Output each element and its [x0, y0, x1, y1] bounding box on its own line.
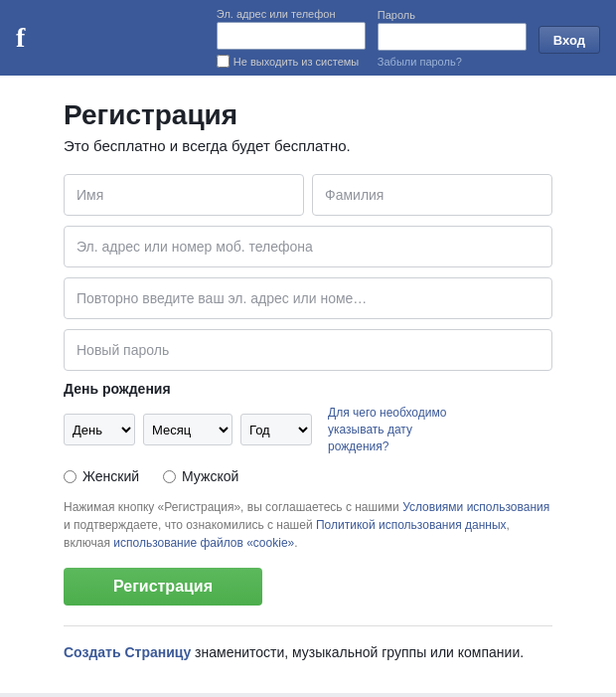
- name-row: [64, 174, 552, 216]
- terms-link[interactable]: Условиями использования: [402, 500, 549, 514]
- header-email-input[interactable]: [217, 22, 366, 50]
- password-input[interactable]: [64, 329, 552, 371]
- gender-male-label: Мужской: [182, 468, 238, 484]
- divider: [64, 625, 552, 626]
- gender-female-radio[interactable]: [64, 470, 77, 483]
- forgot-password-link[interactable]: Забыли пароль?: [378, 56, 462, 68]
- gender-male-option[interactable]: Мужской: [163, 468, 238, 484]
- password-field-group: Пароль Забыли пароль?: [378, 9, 527, 68]
- birthday-row: День Месяц Год Для чего необходимо указы…: [64, 405, 552, 454]
- cookie-link[interactable]: использование файлов «cookie»: [113, 536, 294, 550]
- login-button[interactable]: Вход: [539, 26, 600, 54]
- create-page-text: Создать Страницу знаменитости, музыкальн…: [64, 642, 552, 663]
- create-page-suffix: знаменитости, музыкальной группы или ком…: [191, 644, 524, 660]
- first-name-input[interactable]: [64, 174, 304, 216]
- email-field-group: Эл. адрес или телефон Не выходить из сис…: [217, 8, 366, 68]
- password-row: [64, 329, 552, 371]
- data-policy-link[interactable]: Политикой использования данных: [316, 518, 507, 532]
- register-button[interactable]: Регистрация: [64, 568, 262, 606]
- header-password-input[interactable]: [378, 23, 527, 51]
- day-select[interactable]: День: [64, 414, 135, 445]
- remember-label[interactable]: Не выходить из системы: [217, 55, 359, 68]
- logo: f: [16, 22, 24, 54]
- gender-row: Женский Мужской: [64, 468, 552, 484]
- gender-female-option[interactable]: Женский: [64, 468, 139, 484]
- email-input[interactable]: [64, 226, 552, 267]
- registration-title: Регистрация: [64, 99, 552, 131]
- remember-checkbox[interactable]: [217, 55, 230, 68]
- month-select[interactable]: Месяц: [143, 414, 232, 445]
- registration-subtitle: Это бесплатно и всегда будет бесплатно.: [64, 137, 552, 154]
- create-page-link[interactable]: Создать Страницу: [64, 644, 191, 660]
- email-confirm-row: [64, 277, 552, 319]
- password-label: Пароль: [378, 9, 527, 21]
- header: f Эл. адрес или телефон Не выходить из с…: [0, 0, 616, 76]
- birthday-why-link[interactable]: Для чего необходимо указывать дату рожде…: [328, 405, 467, 454]
- terms-text: Нажимая кнопку «Регистрация», вы соглаша…: [64, 498, 552, 552]
- year-select[interactable]: Год: [240, 414, 312, 445]
- last-name-input[interactable]: [312, 174, 552, 216]
- email-label: Эл. адрес или телефон: [217, 8, 366, 20]
- email-confirm-input[interactable]: [64, 277, 552, 319]
- birthday-label: День рождения: [64, 381, 552, 397]
- main-content: Регистрация Это бесплатно и всегда будет…: [0, 76, 616, 693]
- gender-male-radio[interactable]: [163, 470, 176, 483]
- email-row: [64, 226, 552, 267]
- gender-female-label: Женский: [82, 468, 139, 484]
